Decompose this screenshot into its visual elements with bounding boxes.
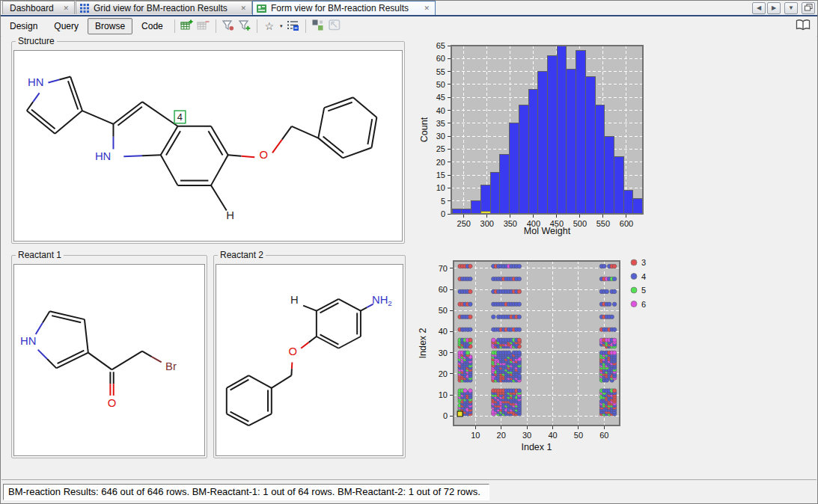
restore-window-button[interactable] [802,2,815,14]
svg-text:20: 20 [439,369,448,378]
table-plus-icon [180,19,193,33]
remove-grid-view-button[interactable] [195,19,212,34]
code-button[interactable]: Code [134,18,171,34]
reactant1-groupbox: Reactant 1 HNOBr [11,255,207,458]
tab-grid-view[interactable]: Grid view for BM-reaction Results ✕ [76,1,252,14]
toolbar-separator [216,19,216,33]
toolbar-separator [174,19,175,33]
svg-text:10: 10 [471,431,480,440]
structure-groupbox: Structure HNHNOH4 [11,41,405,244]
reactant1-canvas[interactable]: HNOBr [13,264,205,456]
svg-text:20: 20 [497,431,506,440]
svg-text:20: 20 [436,158,445,167]
add-grid-view-button[interactable] [179,19,195,34]
svg-text:600: 600 [620,219,633,228]
toolbar-separator [257,19,257,33]
reactant2-molecule: HNH2O [216,265,403,455]
next-tab-button[interactable]: ▶ [767,2,781,14]
svg-text:Mol Weight: Mol Weight [524,226,571,236]
library-button[interactable] [793,19,813,34]
form-view-main: Structure HNHNOH4 Reactant 1 HNOBr React… [1,36,817,480]
reactant2-canvas[interactable]: HNH2O [216,264,403,456]
query-button[interactable]: Query [46,18,86,34]
fit-view-button[interactable] [326,19,343,34]
svg-text:4: 4 [177,111,183,123]
reactant1-group-title: Reactant 1 [16,250,64,260]
tab-label: Form view for BM-reaction Results [268,3,412,13]
close-icon[interactable]: ✕ [422,4,431,12]
list-options-button[interactable] [285,19,302,34]
app-window: Dashboard ✕ Grid view for BM-reaction Re… [0,0,818,504]
svg-text:HN: HN [28,76,43,88]
svg-text:30: 30 [522,431,531,440]
svg-text:4: 4 [641,272,646,281]
svg-text:NH2: NH2 [372,294,392,307]
status-bar: BM-reaction Results: 646 out of 646 rows… [1,482,817,503]
svg-text:40: 40 [436,106,445,115]
open-book-icon [795,19,811,34]
funnel-red-dot-icon [222,20,234,33]
table-minus-icon [197,19,210,33]
reactant2-group-title: Reactant 2 [218,250,266,260]
svg-text:Br: Br [165,360,177,372]
tab-nav-buttons: ◀ ▶ ▼ [751,2,815,14]
svg-text:45: 45 [436,93,445,102]
svg-text:60: 60 [439,285,448,294]
layout-toggle-button[interactable] [310,19,326,34]
grid-view-icon [80,4,89,13]
svg-text:40: 40 [439,327,448,336]
tab-list-dropdown-button[interactable]: ▼ [784,2,798,14]
svg-text:50: 50 [574,431,583,440]
svg-text:60: 60 [436,54,445,63]
restore-window-icon [805,4,813,13]
svg-text:5: 5 [441,197,445,206]
tab-bar: Dashboard ✕ Grid view for BM-reaction Re… [1,1,817,16]
svg-text:H: H [290,294,299,306]
prev-tab-button[interactable]: ◀ [752,2,766,14]
svg-text:50: 50 [436,80,445,89]
tab-form-view[interactable]: Form view for BM-reaction Results ✕ [252,1,436,15]
browse-button[interactable]: Browse [88,18,132,34]
svg-text:40: 40 [548,431,557,440]
tab-dashboard[interactable]: Dashboard ✕ [2,1,75,14]
svg-text:50: 50 [439,306,448,315]
svg-text:O: O [108,397,117,409]
svg-text:0: 0 [443,411,448,420]
svg-text:300: 300 [480,219,494,228]
tab-label: Dashboard [7,3,57,13]
svg-text:70: 70 [439,264,448,273]
svg-text:25: 25 [436,144,445,153]
design-button[interactable]: Design [2,18,45,34]
list-blue-box-icon [287,20,299,33]
svg-text:5: 5 [641,286,646,295]
favorites-button[interactable]: ☆ [261,19,278,34]
molweight-histogram[interactable]: 2503003504004505005506000510152025303540… [418,42,658,236]
svg-text:Count: Count [419,117,430,142]
arrow-box-icon [329,19,341,33]
filter-highlight-button[interactable] [220,19,236,34]
close-icon[interactable]: ✕ [61,4,70,12]
svg-text:60: 60 [599,431,608,440]
status-text: BM-reaction Results: 646 out of 646 rows… [3,484,489,500]
svg-text:0: 0 [441,209,445,218]
svg-text:15: 15 [436,170,445,179]
structure-canvas[interactable]: HNHNOH4 [13,50,403,242]
filter-add-button[interactable] [236,19,253,34]
form-view-icon [257,4,266,13]
svg-text:6: 6 [641,300,646,309]
structure-molecule: HNHNOH4 [14,51,402,241]
svg-text:65: 65 [436,42,445,50]
chevron-down-icon: ▾ [280,23,283,29]
tab-label: Grid view for BM-reaction Results [91,3,231,13]
svg-text:Index 2: Index 2 [418,328,428,358]
favorites-dropdown-button[interactable]: ▾ [278,19,285,34]
index-scatterplot[interactable]: 102030405060010203040506070Index 1Index … [418,251,665,461]
toolbar: Design Query Browse Code [1,16,817,37]
svg-text:500: 500 [573,219,587,228]
svg-text:O: O [259,149,268,161]
close-icon[interactable]: ✕ [239,4,248,12]
svg-text:O: O [289,345,297,357]
svg-text:350: 350 [504,219,517,228]
structure-group-title: Structure [16,36,57,46]
toolbar-separator [305,19,306,33]
